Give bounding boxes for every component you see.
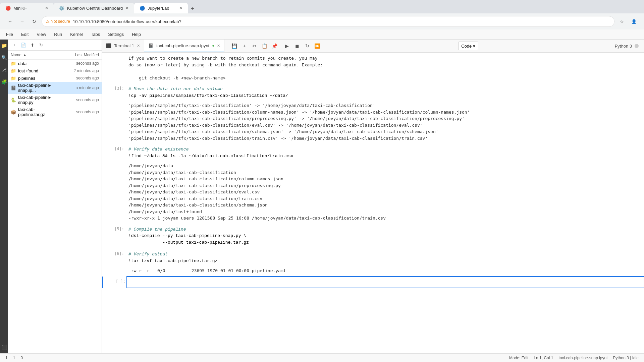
- menu-view[interactable]: View: [33, 31, 49, 38]
- notebook-tabs: ⬛ Terminal 1 ✕ 📓 taxi-cab-pipeline-snap.…: [102, 40, 644, 53]
- address-bar[interactable]: ⚠ Not secure 10.10.10.10:8080/notebook/k…: [42, 16, 614, 27]
- unsaved-indicator: ●: [212, 44, 214, 48]
- interrupt-button[interactable]: ◼: [292, 41, 302, 51]
- tab-jupyterlab[interactable]: 🔵 JupyterLab ✕: [134, 3, 188, 13]
- close-terminal-tab[interactable]: ✕: [137, 44, 140, 48]
- close-minikf-tab[interactable]: ✕: [45, 6, 48, 10]
- status-bar: 1 1 0 Mode: Edit Ln 1, Col 1 taxi-cab-pi…: [0, 353, 644, 362]
- menu-file[interactable]: File: [3, 31, 16, 38]
- menu-help[interactable]: Help: [128, 31, 144, 38]
- list-item[interactable]: 📓 taxi-cab-pipeline-snap.ip... a minute …: [8, 82, 102, 94]
- save-button[interactable]: 💾: [230, 41, 239, 51]
- menu-tabs[interactable]: Tabs: [88, 31, 103, 38]
- restart-run-button[interactable]: ⏩: [313, 41, 322, 51]
- refresh-button[interactable]: ↻: [37, 41, 45, 49]
- cut-cell-button[interactable]: ✂: [250, 41, 259, 51]
- folder-icon: 📁: [11, 61, 16, 66]
- restart-button[interactable]: ↻: [303, 41, 312, 51]
- status-left-3: 0: [20, 356, 23, 360]
- bookmark-button[interactable]: ☆: [617, 17, 627, 26]
- notebook-tab-active[interactable]: 📓 taxi-cab-pipeline-snap.ipynt ● ✕: [144, 40, 224, 52]
- search-icon[interactable]: 🔍: [1, 54, 7, 61]
- close-kubeflow-tab[interactable]: ✕: [125, 6, 129, 10]
- menu-edit[interactable]: Edit: [18, 31, 32, 38]
- back-button[interactable]: ←: [5, 17, 15, 26]
- paste-cell-button[interactable]: 📌: [270, 41, 279, 51]
- list-item[interactable]: 🐍 taxi-cab-pipeline-snap.py seconds ago: [8, 94, 102, 106]
- new-folder-button[interactable]: +: [11, 41, 19, 49]
- cell-body-7[interactable]: [126, 276, 644, 288]
- close-notebook-tab[interactable]: ✕: [217, 44, 220, 48]
- cell-number: [ ]:: [116, 279, 125, 284]
- minikf-icon: 🔴: [5, 5, 11, 11]
- kernel-status-circle: [635, 44, 639, 48]
- copy-cell-button[interactable]: 📋: [260, 41, 269, 51]
- cell-input-4[interactable]: # Verify data existence !find ~/data && …: [126, 144, 644, 161]
- security-warning: ⚠ Not secure: [46, 19, 70, 24]
- menu-kernel[interactable]: Kernel: [67, 31, 86, 38]
- cell-number: [3]:: [114, 86, 124, 91]
- cell-input-5[interactable]: # Compile the pipeline !dsl-compile --py…: [126, 224, 644, 248]
- notebook-content: If you want to create a new branch to re…: [102, 53, 644, 353]
- new-tab-button[interactable]: +: [188, 4, 197, 13]
- table-row: [6]: # Verify output !tar tzvf taxi-cab-…: [102, 249, 644, 276]
- current-file: taxi-cab-pipeline-snap.ipynt: [558, 356, 607, 360]
- tab-minikf[interactable]: 🔴 MiniKF ✕: [0, 3, 54, 13]
- cell-gutter: [102, 53, 125, 83]
- cell-gutter-5: [5]:: [102, 224, 125, 248]
- python-file-icon: 🐍: [11, 97, 16, 103]
- cell-gutter-4: [4]:: [102, 144, 125, 223]
- activity-bar: 📁 🔍 ⎇ 🧩 ⬛: [0, 40, 8, 353]
- add-cell-button[interactable]: +: [240, 41, 249, 51]
- kernel-label: Python 3: [615, 44, 632, 49]
- sort-icon: ▲: [23, 53, 27, 57]
- table-row: [4]: # Verify data existence !find ~/dat…: [102, 144, 644, 223]
- list-item[interactable]: 📦 taxi-cab-pipeline.tar.gz seconds ago: [8, 106, 102, 118]
- list-item[interactable]: 📁 lost+found 2 minutes ago: [8, 67, 102, 74]
- intro-cell: If you want to create a new branch to re…: [102, 53, 644, 83]
- terminal-tab[interactable]: ⬛ Terminal 1 ✕: [102, 40, 144, 52]
- cell-body-4[interactable]: # Verify data existence !find ~/data && …: [125, 144, 644, 223]
- cell-number: [4]:: [114, 146, 124, 151]
- cell-body-3[interactable]: # Move the data into our data volume !cp…: [125, 83, 644, 143]
- menu-settings[interactable]: Settings: [105, 31, 127, 38]
- archive-file-icon: 📦: [11, 109, 16, 115]
- notebook-icon: 📓: [11, 85, 16, 90]
- terminal-icon: ⬛: [106, 43, 111, 48]
- notebook-area: ⬛ Terminal 1 ✕ 📓 taxi-cab-pipeline-snap.…: [102, 40, 644, 353]
- sort-by-modified[interactable]: Last Modified: [55, 53, 99, 57]
- git-icon[interactable]: ⎇: [1, 66, 7, 73]
- run-cell-button[interactable]: ▶: [282, 41, 292, 51]
- ln-col: Ln 1, Col 1: [534, 356, 553, 360]
- sort-by-name[interactable]: Name ▲: [11, 53, 55, 57]
- list-item[interactable]: 📁 pipelines seconds ago: [8, 74, 102, 82]
- cell-input-3[interactable]: # Move the data into our data volume !cp…: [126, 84, 644, 101]
- cell-input-7[interactable]: [127, 277, 644, 288]
- forward-button[interactable]: →: [17, 17, 27, 26]
- account-button[interactable]: 👤: [629, 17, 639, 26]
- cell-gutter-7: [ ]:: [103, 277, 127, 288]
- tab-kubeflow[interactable]: ⚙️ Kubeflow Central Dashboard ✕: [54, 3, 134, 13]
- terminal-icon[interactable]: ⬛: [1, 344, 7, 351]
- kubeflow-icon: ⚙️: [59, 5, 64, 11]
- cell-number: [5]:: [114, 227, 124, 231]
- menu-run[interactable]: Run: [51, 31, 65, 38]
- cell-gutter-6: [6]:: [102, 249, 125, 276]
- cell-output-4: /home/jovyan/data /home/jovyan/data/taxi…: [126, 161, 644, 223]
- new-file-button[interactable]: 📄: [19, 41, 28, 49]
- kernel-status: Python 3 | Idle: [613, 356, 639, 360]
- fb-toolbar: + 📄 ⬆ ↻: [8, 40, 102, 51]
- upload-button[interactable]: ⬆: [28, 41, 36, 49]
- jupyterlab-icon: 🔵: [140, 5, 145, 11]
- cell-input-6[interactable]: # Verify output !tar tzvf taxi-cab-pipel…: [126, 249, 644, 266]
- cell-type-select[interactable]: Code ▾: [458, 42, 478, 50]
- status-right: Mode: Edit Ln 1, Col 1 taxi-cab-pipeline…: [509, 356, 639, 360]
- table-row: [5]: # Compile the pipeline !dsl-compile…: [102, 224, 644, 248]
- files-icon[interactable]: 📁: [1, 42, 7, 49]
- cell-body-6[interactable]: # Verify output !tar tzvf taxi-cab-pipel…: [125, 249, 644, 276]
- close-jupyterlab-tab[interactable]: ✕: [179, 6, 182, 10]
- list-item[interactable]: 📁 data seconds ago: [8, 60, 102, 67]
- extensions-icon[interactable]: 🧩: [1, 78, 7, 85]
- reload-button[interactable]: ↻: [30, 17, 39, 26]
- cell-body-5[interactable]: # Compile the pipeline !dsl-compile --py…: [125, 224, 644, 248]
